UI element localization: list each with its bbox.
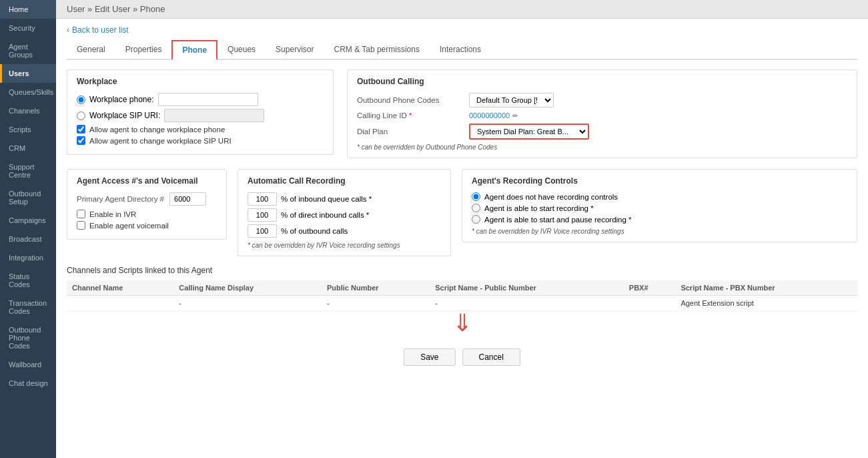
recording-controls-note: * can be overridden by IVR Voice recordi… [472,228,847,235]
channels-section: Channels and Scripts linked to this Agen… [67,266,857,311]
sidebar-item-queues-skills[interactable]: Queues/Skills [0,83,56,101]
allow-change-sip-checkbox[interactable] [77,136,85,145]
enable-in-ivr-checkbox[interactable] [77,210,85,218]
cancel-button[interactable]: Cancel [462,349,520,366]
allow-change-sip-row: Allow agent to change workplace SIP URI [77,136,324,145]
tab-crm-tab-permissions[interactable]: CRM & Tab permissions [324,40,429,60]
recording-option3-radio[interactable] [472,215,480,224]
cell-channel-name [67,296,173,311]
sidebar-item-agent-groups[interactable]: Agent Groups [0,37,56,64]
workplace-phone-input[interactable] [158,93,258,106]
recording-option2-radio[interactable] [472,204,480,212]
channels-table: Channel Name Calling Name Display Public… [67,280,857,311]
agent-access-section: Agent Access #'s and Voicemail Primary A… [67,169,227,240]
col-pbx: PBX# [624,280,676,296]
outbound-pct-input[interactable] [248,224,277,238]
sidebar-item-scripts[interactable]: Scripts [0,120,56,139]
outbound-label: % of outbound calls [281,227,348,235]
col-public-number: Public Number [322,280,430,296]
enable-in-ivr-row: Enable in IVR [77,210,217,218]
primary-agent-dir-row: Primary Agent Directory # [77,192,217,206]
allow-change-sip-label: Allow agent to change workplace SIP URI [89,137,232,145]
enable-in-ivr-label: Enable in IVR [89,210,136,218]
sidebar-item-integration[interactable]: Integration [0,248,56,267]
main-content: User » Edit User » Phone ‹ Back to user … [56,0,868,458]
sidebar-item-users[interactable]: Users [0,64,56,83]
button-row: Save Cancel [67,338,857,377]
tab-queues[interactable]: Queues [218,40,266,60]
sidebar-item-security[interactable]: Security [0,19,56,37]
auto-recording-note: * can be overridden by IVR Voice recordi… [248,242,441,249]
allow-change-phone-checkbox[interactable] [77,125,85,134]
direct-inbound-pct-input[interactable] [248,208,277,222]
tab-interactions[interactable]: Interactions [430,40,491,60]
sidebar-item-transaction-codes[interactable]: Transaction Codes [0,294,56,320]
sidebar-item-support-centre[interactable]: Support Centre [0,158,56,184]
allow-change-phone-label: Allow agent to change workplace phone [89,126,225,134]
direct-inbound-pct-row: % of direct inbound calls * [248,208,441,222]
sidebar-item-home[interactable]: Home [0,0,56,19]
recording-option3-label: Agent is able to start and pause recordi… [484,216,632,224]
workplace-sip-label: Workplace SIP URI: [89,111,160,120]
inbound-queue-label: % of inbound queue calls * [281,195,372,203]
workplace-title: Workplace [77,77,324,86]
sidebar-item-status-codes[interactable]: Status Codes [0,267,56,294]
sidebar-item-outbound-setup[interactable]: Outbound Setup [0,184,56,211]
allow-change-phone-row: Allow agent to change workplace phone [77,125,324,134]
col-script-name-pbx: Script Name - PBX Number [675,280,857,296]
workplace-section: Workplace Workplace phone: Workplace SIP… [67,69,334,155]
tab-supervisor[interactable]: Supervisor [266,40,324,60]
back-link[interactable]: ‹ Back to user list [67,25,129,35]
col-channel-name: Channel Name [67,280,173,296]
tab-general[interactable]: General [67,40,115,60]
recording-option1-radio[interactable] [472,192,480,201]
recording-option1-row: Agent does not have recording controls [472,192,847,201]
outbound-phone-codes-row: Outbound Phone Codes Default To Group [! [357,93,847,107]
outbound-phone-codes-label: Outbound Phone Codes [357,96,464,104]
outbound-pct-row: % of outbound calls [248,224,441,238]
sidebar-item-channels[interactable]: Channels [0,101,56,120]
auto-call-recording-title: Automatic Call Recording [248,176,441,186]
cell-public-number: - [322,296,430,311]
sidebar-item-chat-design[interactable]: Chat design [0,374,56,393]
outbound-phone-codes-select[interactable]: Default To Group [! [469,93,554,107]
cell-script-name-pbx: Agent Extension script [675,296,857,311]
sidebar-item-campaigns[interactable]: Campaigns [0,211,56,230]
workplace-phone-radio[interactable] [77,95,85,104]
col-calling-name-display: Calling Name Display [173,280,322,296]
sidebar-item-wallboard[interactable]: Wallboard [0,355,56,374]
outbound-calling-note: * can be overridden by Outbound Phone Co… [357,144,847,151]
workplace-phone-label: Workplace phone: [89,95,154,104]
sidebar-item-broadcast[interactable]: Broadcast [0,230,56,248]
workplace-sip-radio[interactable] [77,111,85,120]
edit-calling-line-id-icon[interactable]: ✏ [512,112,518,120]
sidebar-item-outbound-phone-codes[interactable]: Outbound Phone Codes [0,320,56,355]
workplace-sip-input[interactable] [164,109,264,122]
channels-title: Channels and Scripts linked to this Agen… [67,266,857,275]
down-arrow-icon: ⇓ [67,311,857,335]
direct-inbound-label: % of direct inbound calls * [281,211,369,219]
recording-option2-row: Agent is able to start recording * [472,204,847,212]
dial-plan-row: Dial Plan System Dial Plan: Great B... [357,124,847,140]
auto-call-recording-section: Automatic Call Recording % of inbound qu… [238,169,451,256]
col-script-name-public: Script Name - Public Number [430,280,624,296]
primary-agent-dir-label: Primary Agent Directory # [77,195,164,203]
cell-calling-name-display: - [173,296,322,311]
sidebar-item-crm[interactable]: CRM [0,139,56,158]
tab-properties[interactable]: Properties [115,40,172,60]
outbound-calling-section: Outbound Calling Outbound Phone Codes De… [347,69,857,158]
outbound-calling-title: Outbound Calling [357,77,847,86]
dial-plan-label: Dial Plan [357,128,464,136]
cell-pbx [624,296,676,311]
primary-agent-dir-input[interactable] [169,192,206,206]
enable-voicemail-row: Enable agent voicemail [77,221,217,230]
content-area: ‹ Back to user list General Properties P… [56,19,868,458]
enable-voicemail-checkbox[interactable] [77,221,85,230]
tab-phone[interactable]: Phone [171,40,218,60]
enable-voicemail-label: Enable agent voicemail [89,222,169,230]
save-button[interactable]: Save [404,349,455,366]
agent-recording-controls-title: Agent's Recording Controls [472,176,847,186]
dial-plan-select[interactable]: System Dial Plan: Great B... [469,124,589,140]
calling-line-id-row: Calling Line ID 0000000000 ✏ [357,111,847,120]
inbound-queue-pct-input[interactable] [248,192,277,206]
